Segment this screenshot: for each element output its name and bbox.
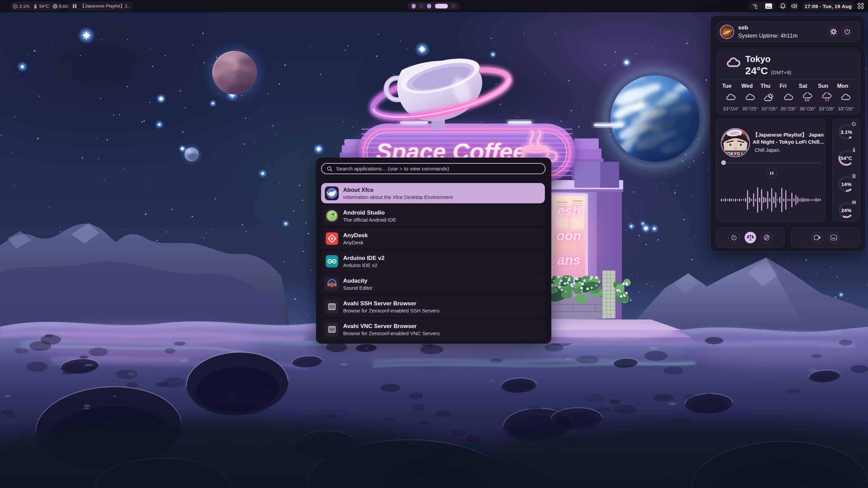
svg-text:TOKYO L: TOKYO L	[725, 151, 744, 156]
svg-text:C: C	[755, 5, 758, 9]
